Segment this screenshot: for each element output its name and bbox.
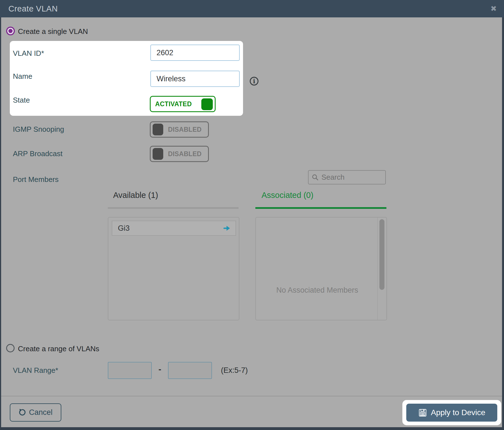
range-example-hint: (Ex:5-7) <box>221 366 248 375</box>
undo-icon <box>18 409 26 416</box>
port-members-search[interactable] <box>308 170 386 184</box>
vlan-range-label: VLAN Range* <box>13 366 58 375</box>
move-right-arrow-icon[interactable] <box>223 225 230 232</box>
tab-associated[interactable]: Associated (0) <box>262 191 313 200</box>
cancel-button[interactable]: Cancel <box>10 403 61 422</box>
no-associated-members-text: No Associated Members <box>256 286 379 295</box>
vlan-range-from-input[interactable] <box>108 362 152 379</box>
state-toggle-label: ACTIVATED <box>155 100 192 108</box>
igmp-toggle-knob <box>153 124 163 135</box>
associated-tab-underline <box>255 207 386 209</box>
state-toggle-knob <box>201 98 213 110</box>
port-members-label: Port Members <box>13 175 59 184</box>
radio-selected-dot <box>8 29 13 33</box>
arp-toggle-label: DISABLED <box>168 150 202 158</box>
radio-create-single-vlan[interactable] <box>6 27 15 35</box>
associated-scrollbar[interactable] <box>377 218 386 320</box>
window-border-right <box>502 17 504 427</box>
arp-broadcast-toggle[interactable]: DISABLED <box>150 146 209 162</box>
cancel-button-label: Cancel <box>29 408 52 417</box>
vlan-name-label: Name <box>13 72 32 81</box>
arp-broadcast-label: ARP Broadcast <box>13 149 62 158</box>
search-icon <box>312 174 319 181</box>
range-separator: - <box>158 364 161 374</box>
port-name: Gi3 <box>118 224 130 233</box>
close-icon[interactable]: ✖ <box>490 5 497 13</box>
available-tab-underline <box>108 207 239 209</box>
vlan-range-to-input[interactable] <box>168 362 212 379</box>
arp-toggle-knob <box>153 148 163 160</box>
available-ports-list: Gi3 <box>108 217 239 320</box>
window-border-left <box>0 17 1 427</box>
igmp-toggle-label: DISABLED <box>168 126 202 133</box>
apply-to-device-button[interactable]: Apply to Device <box>406 404 497 422</box>
radio-create-single-vlan-label: Create a single VLAN <box>18 27 88 36</box>
vlan-name-input[interactable] <box>150 71 240 87</box>
apply-button-label: Apply to Device <box>431 408 486 417</box>
tab-available[interactable]: Available (1) <box>113 191 158 200</box>
dialog-titlebar: Create VLAN ✖ <box>0 0 504 17</box>
vlan-id-input[interactable] <box>150 45 240 61</box>
scrollbar-thumb[interactable] <box>379 219 384 290</box>
highlight-annotation-apply: Apply to Device <box>402 400 501 425</box>
igmp-snooping-toggle[interactable]: DISABLED <box>150 121 209 138</box>
radio-create-range-vlans[interactable] <box>6 344 15 352</box>
save-icon <box>418 408 427 417</box>
igmp-snooping-label: IGMP Snooping <box>13 125 64 134</box>
state-label: State <box>13 96 30 105</box>
dialog-title: Create VLAN <box>8 4 58 13</box>
create-vlan-dialog: Create VLAN ✖ Create a single VLAN VLAN … <box>0 0 504 430</box>
footer-divider <box>0 396 504 396</box>
search-input[interactable] <box>321 173 377 182</box>
associated-ports-list: No Associated Members <box>255 217 387 320</box>
state-toggle[interactable]: ACTIVATED <box>150 96 216 112</box>
radio-create-range-vlans-label: Create a range of VLANs <box>18 345 99 353</box>
name-info-icon[interactable]: i <box>250 77 258 85</box>
list-item-port-gi3[interactable]: Gi3 <box>112 221 236 236</box>
vlan-id-label: VLAN ID* <box>13 49 44 58</box>
highlight-annotation-fields: VLAN ID* Name State ACTIVATED <box>10 41 243 116</box>
window-border-bottom <box>0 427 504 430</box>
